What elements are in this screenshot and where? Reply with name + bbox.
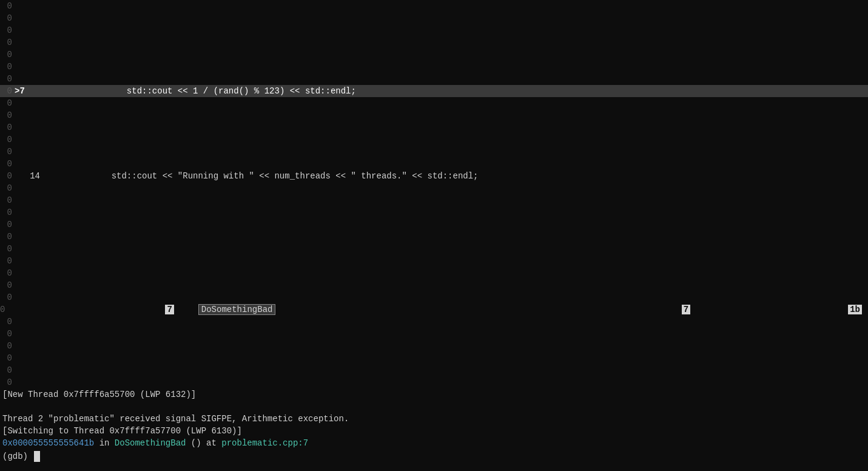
- line-28: 0: [0, 328, 868, 340]
- address-text: 0x000055555555641b: [2, 438, 94, 448]
- line-13: 0: [0, 146, 868, 158]
- line-1: 0: [0, 0, 868, 12]
- gdb-prompt-line[interactable]: (gdb): [0, 449, 868, 464]
- line-12: 0: [0, 134, 868, 146]
- arrow-indicator: >7: [15, 86, 25, 96]
- signal-output: Thread 2 "problematic" received signal S…: [0, 413, 868, 425]
- line-18: 0: [0, 206, 868, 219]
- line-3: 0: [0, 24, 868, 36]
- address-line: 0x000055555555641b in DoSomethingBad () …: [0, 437, 868, 449]
- line-23: 0: [0, 267, 868, 279]
- signal-text: Thread 2 "problematic" received signal S…: [2, 414, 349, 424]
- line-6: 0: [0, 61, 868, 73]
- right-number-boxes: 7 1b: [682, 305, 862, 314]
- in-text: in: [94, 438, 115, 448]
- line-5: 0: [0, 49, 868, 61]
- line-31: 0: [0, 364, 868, 376]
- line-24: 0: [0, 279, 868, 291]
- line-7: 0: [0, 73, 868, 85]
- line-2: 0: [0, 12, 868, 24]
- right-num-box-1: 7: [682, 305, 690, 314]
- line-number-box: 7: [165, 305, 173, 314]
- line-10: 0: [0, 109, 868, 121]
- line-22: 0: [0, 255, 868, 267]
- line-20: 0: [0, 231, 868, 243]
- line-14: 0: [0, 158, 868, 170]
- line-21: 0: [0, 243, 868, 255]
- line-17: 0: [0, 194, 868, 206]
- function-text: DoSomethingBad: [115, 438, 186, 448]
- blank-line: [0, 401, 868, 413]
- cursor: [34, 451, 40, 462]
- code-line-14: 0 14 std::cout << "Running with " << num…: [0, 170, 868, 182]
- right-num-box-2: 1b: [848, 305, 862, 314]
- line-32: 0: [0, 376, 868, 388]
- prompt-text: (gdb): [2, 452, 33, 461]
- new-thread-text: [New Thread 0x7ffff6a55700 (LWP 6132)]: [2, 390, 196, 399]
- special-function-line: 0 7 DoSomethingBad 7 1b: [0, 303, 868, 316]
- line-29: 0: [0, 340, 868, 352]
- line-19: 0: [0, 219, 868, 231]
- new-thread-output: [New Thread 0x7ffff6a55700 (LWP 6132)]: [0, 388, 868, 401]
- line-16: 0: [0, 182, 868, 194]
- line-9: 0: [0, 97, 868, 109]
- paren-text: () at: [186, 438, 221, 448]
- switching-text: [Switching to Thread 0x7ffff7a57700 (LWP…: [2, 426, 242, 436]
- function-name-box: DoSomethingBad: [198, 304, 276, 315]
- terminal: 0 0 0 0 0 0 0 0 >7 std::cout << 1 / (ran…: [0, 0, 868, 471]
- switching-output: [Switching to Thread 0x7ffff7a57700 (LWP…: [0, 425, 868, 437]
- line-25: 0: [0, 291, 868, 303]
- file-text: problematic.cpp:7: [221, 438, 308, 448]
- line-11: 0: [0, 121, 868, 134]
- line-30: 0: [0, 352, 868, 364]
- line-4: 0: [0, 36, 868, 49]
- line-27: 0: [0, 316, 868, 328]
- highlighted-code-line: 0 >7 std::cout << 1 / (rand() % 123) << …: [0, 85, 868, 97]
